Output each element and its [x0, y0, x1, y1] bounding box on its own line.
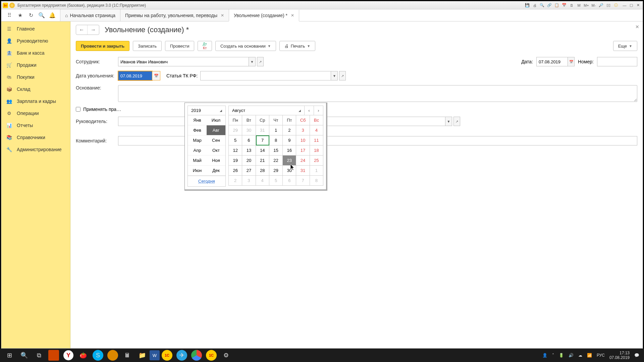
day-cell[interactable]: 7	[256, 135, 269, 145]
day-cell[interactable]: 21	[256, 156, 269, 166]
fire-date-input[interactable]: 07.08.2019	[118, 71, 152, 80]
month-cell[interactable]: Июн	[188, 166, 207, 176]
day-cell[interactable]: 15	[269, 145, 283, 156]
today-button[interactable]: Сегодня	[187, 176, 226, 187]
month-cell[interactable]: Окт	[207, 145, 225, 156]
day-cell[interactable]: 28	[256, 166, 269, 176]
minimize-button[interactable]: —	[621, 3, 628, 8]
calendar2-icon[interactable]: 🗓	[569, 3, 574, 8]
day-cell[interactable]: 31	[256, 125, 269, 135]
tray-wifi-icon[interactable]: 📶	[587, 353, 592, 358]
dropdown-button[interactable]: ▼	[445, 117, 452, 126]
tab-close-icon[interactable]: ✕	[291, 13, 294, 18]
month-cell[interactable]: Сен	[207, 135, 225, 145]
app-settings[interactable]: ⚙	[219, 349, 233, 362]
print-icon[interactable]: 🖨	[532, 3, 537, 8]
sidebar-item[interactable]: 👤Руководителю	[1, 35, 70, 47]
open-button[interactable]: ↗	[339, 71, 346, 80]
day-cell[interactable]: 30	[283, 166, 296, 176]
day-cell[interactable]: 4	[256, 176, 269, 186]
app-calc[interactable]: 🖩	[120, 349, 135, 362]
number-input[interactable]	[597, 57, 637, 66]
nav-back-button[interactable]: ←	[76, 25, 88, 35]
day-cell[interactable]: 23	[283, 156, 296, 166]
day-cell[interactable]: 24	[296, 156, 310, 166]
m-minus-icon[interactable]: M-	[591, 3, 596, 8]
day-cell[interactable]: 14	[256, 145, 269, 156]
month-cell[interactable]: Дек	[207, 166, 225, 176]
basis-textarea[interactable]	[118, 85, 637, 102]
app-telegram[interactable]: ✈	[176, 350, 187, 361]
day-cell[interactable]: 8	[269, 135, 283, 145]
tray-notifications-icon[interactable]: 💬	[634, 353, 639, 358]
day-cell[interactable]: 10	[296, 135, 310, 145]
day-cell[interactable]: 3	[242, 176, 256, 186]
tray-lang[interactable]: РУС	[597, 353, 605, 358]
day-cell[interactable]: 12	[229, 145, 242, 156]
sidebar-item[interactable]: 🔧Администрирование	[1, 143, 70, 156]
month-cell[interactable]: Май	[188, 156, 207, 166]
app-chrome[interactable]	[191, 350, 202, 361]
tab-receptions[interactable]: Приемы на работу, увольнения, переводы ✕	[120, 9, 229, 21]
day-cell[interactable]: 2	[283, 125, 296, 135]
apply-right-checkbox[interactable]	[76, 107, 80, 112]
next-month-button[interactable]: ›	[314, 106, 323, 115]
day-cell[interactable]: 6	[242, 135, 256, 145]
sidebar-item[interactable]: 📚Справочники	[1, 131, 70, 143]
day-cell[interactable]: 4	[310, 125, 323, 135]
dropdown-button[interactable]: ▼	[331, 71, 338, 80]
tray-onedrive-icon[interactable]: ☁	[578, 353, 582, 358]
employee-input[interactable]: Иванов Иван Иванович	[118, 57, 249, 66]
day-cell[interactable]: 5	[229, 135, 242, 145]
day-cell[interactable]: 1	[310, 166, 323, 176]
month-selector[interactable]: Август ◢	[229, 106, 304, 115]
day-cell[interactable]: 18	[310, 145, 323, 156]
close-page-button[interactable]: ✕	[635, 24, 639, 29]
day-cell[interactable]: 20	[242, 156, 256, 166]
tray-people-icon[interactable]: 👤	[542, 353, 547, 358]
star-icon[interactable]: ★	[17, 12, 23, 19]
tray-up-icon[interactable]: ˄	[552, 353, 554, 358]
nav-forward-button[interactable]: →	[88, 25, 99, 35]
day-cell[interactable]: 7	[296, 176, 310, 186]
day-cell[interactable]: 11	[310, 135, 323, 145]
sidebar-item[interactable]: 📊Отчеты	[1, 119, 70, 131]
app-explorer[interactable]: 📁	[135, 349, 150, 362]
post-button[interactable]: Провести	[165, 41, 195, 51]
day-cell[interactable]: 30	[242, 125, 256, 135]
day-cell[interactable]: 29	[229, 125, 242, 135]
day-cell[interactable]: 8	[310, 176, 323, 186]
open-button[interactable]: ↗	[453, 117, 460, 126]
sidebar-item[interactable]: 👥Зарплата и кадры	[1, 95, 70, 107]
sidebar-item[interactable]: ☰Главное	[1, 23, 70, 35]
tab-dismissal[interactable]: Увольнение (создание) * ✕	[229, 10, 299, 21]
m-plus-icon[interactable]: M+	[584, 3, 589, 8]
app-powerpoint[interactable]	[48, 350, 59, 361]
app-tomato[interactable]: 🍅	[76, 349, 91, 362]
tab-close-icon[interactable]: ✕	[221, 13, 224, 18]
close-button[interactable]: ✕	[635, 3, 641, 8]
day-cell[interactable]: 6	[283, 176, 296, 186]
app-skype[interactable]: S	[93, 350, 103, 361]
apps-icon[interactable]: ⠿	[6, 12, 13, 19]
info-icon[interactable]: ⓘ	[613, 3, 619, 8]
app-yandex[interactable]: Y	[61, 349, 76, 362]
sidebar-item[interactable]: 🛍Покупки	[1, 71, 70, 83]
taskview-button[interactable]: ⧉	[32, 349, 46, 362]
search-tool-icon[interactable]: 🔍	[38, 12, 45, 19]
sidebar-item[interactable]: 🛒Продажи	[1, 59, 70, 71]
day-cell[interactable]: 31	[296, 166, 310, 176]
bell-icon[interactable]: 🔔	[49, 12, 56, 19]
app-1c-1[interactable]: 1C	[162, 350, 172, 361]
tray-battery-icon[interactable]: 🔋	[559, 353, 564, 358]
day-cell[interactable]: 16	[283, 145, 296, 156]
day-cell[interactable]: 19	[229, 156, 242, 166]
month-cell[interactable]: Июл	[207, 115, 225, 125]
month-cell[interactable]: Мар	[188, 135, 207, 145]
open-button[interactable]: ↗	[257, 57, 264, 66]
day-cell[interactable]: 9	[283, 135, 296, 145]
app-1c-2[interactable]: 1C	[206, 350, 217, 361]
month-cell[interactable]: Авг	[207, 125, 225, 135]
app-browser[interactable]	[107, 350, 118, 361]
month-cell[interactable]: Фев	[188, 125, 207, 135]
